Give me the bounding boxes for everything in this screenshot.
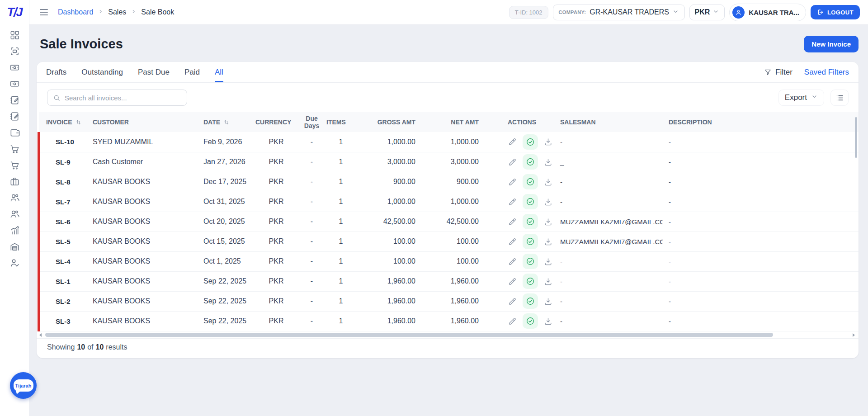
col-header-description[interactable]: DESCRIPTION: [663, 112, 859, 132]
col-header-salesman[interactable]: SALESMAN: [555, 112, 663, 132]
approved-check-icon[interactable]: [523, 134, 538, 150]
approved-check-icon[interactable]: [523, 254, 538, 269]
download-icon[interactable]: [543, 217, 553, 227]
salesman-cell: -: [555, 291, 663, 311]
table-row[interactable]: SL-1KAUSAR BOOKSSep 22, 2025PKR-11,960.0…: [39, 271, 859, 291]
sort-icon[interactable]: [75, 119, 82, 126]
download-icon[interactable]: [543, 177, 553, 187]
sidebar-item-warehouse[interactable]: [0, 238, 29, 255]
tijarah-chat-button[interactable]: Tijarah: [10, 372, 37, 399]
tab-paid[interactable]: Paid: [184, 62, 200, 82]
col-header-currency[interactable]: CURRENCY: [254, 112, 299, 132]
breadcrumb-sales[interactable]: Sales: [108, 8, 126, 16]
col-header-customer[interactable]: CUSTOMER: [91, 112, 202, 132]
currency-cell: PKR: [254, 212, 299, 232]
tab-past-due[interactable]: Past Due: [138, 62, 170, 82]
edit-icon[interactable]: [508, 317, 517, 326]
approved-check-icon[interactable]: [523, 293, 538, 309]
horizontal-scrollbar[interactable]: [39, 332, 855, 338]
col-header-items[interactable]: ITEMS: [325, 112, 357, 132]
list-view-toggle[interactable]: [830, 90, 849, 106]
col-header-due-days[interactable]: Due Days: [299, 112, 325, 132]
sidebar-item-chart[interactable]: [0, 222, 29, 238]
table-row[interactable]: SL-3KAUSAR BOOKSSep 22, 2025PKR-11,960.0…: [39, 311, 859, 331]
download-icon[interactable]: [543, 317, 553, 326]
vertical-scrollbar-thumb[interactable]: [855, 117, 857, 158]
table-row[interactable]: SL-10SYED MUZAMMILFeb 9, 2026PKR-11,000.…: [39, 132, 859, 152]
download-icon[interactable]: [543, 277, 553, 286]
sidebar-item-cash[interactable]: [0, 59, 29, 76]
logout-button[interactable]: LOGOUT: [811, 5, 860, 19]
download-icon[interactable]: [543, 297, 553, 306]
sidebar-item-journal[interactable]: [0, 108, 29, 124]
edit-icon[interactable]: [508, 277, 517, 286]
sidebar-item-briefcase[interactable]: [0, 173, 29, 189]
col-header-net-amt[interactable]: NET AMT: [419, 112, 482, 132]
approved-check-icon[interactable]: [523, 313, 538, 329]
export-button[interactable]: Export: [778, 90, 824, 106]
table-row[interactable]: SL-5KAUSAR BOOKSOct 15, 2025PKR-1100.001…: [39, 232, 859, 251]
currency-cell: PKR: [254, 311, 299, 331]
tab-drafts[interactable]: Drafts: [46, 62, 66, 82]
net-amt-cell: 1,000.00: [419, 192, 482, 212]
sidebar-item-user-check[interactable]: [0, 255, 29, 271]
sidebar-item-scan[interactable]: [0, 43, 29, 59]
new-invoice-button[interactable]: New Invoice: [804, 36, 859, 52]
scrollbar-thumb[interactable]: [45, 333, 773, 337]
col-header-invoice[interactable]: INVOICE: [39, 112, 91, 132]
table-row[interactable]: SL-2KAUSAR BOOKSSep 22, 2025PKR-11,960.0…: [39, 291, 859, 311]
tab-all[interactable]: All: [215, 62, 223, 82]
col-header-date[interactable]: DATE: [202, 112, 254, 132]
approved-check-icon[interactable]: [523, 214, 538, 229]
download-icon[interactable]: [543, 137, 553, 147]
sidebar-item-dashboard[interactable]: [0, 27, 29, 43]
sidebar-item-journal[interactable]: [0, 92, 29, 108]
download-icon[interactable]: [543, 157, 553, 167]
invoice-tabs: DraftsOutstandingPast DuePaidAll Filter …: [37, 62, 859, 83]
filter-button[interactable]: Filter: [764, 68, 793, 77]
scroll-left-arrow[interactable]: [39, 333, 42, 337]
table-row[interactable]: SL-8KAUSAR BOOKSDec 17, 2025PKR-1900.009…: [39, 172, 859, 192]
currency-selector[interactable]: PKR: [689, 5, 725, 20]
saved-filters-link[interactable]: Saved Filters: [804, 68, 849, 77]
search-input[interactable]: [65, 94, 181, 102]
tab-outstanding[interactable]: Outstanding: [81, 62, 123, 82]
sidebar-item-cart[interactable]: [0, 157, 29, 173]
table-row[interactable]: SL-4KAUSAR BOOKSOct 1, 2025PKR-1100.0010…: [39, 251, 859, 271]
customer-cell: KAUSAR BOOKS: [91, 192, 202, 212]
edit-icon[interactable]: [508, 137, 517, 147]
table-row[interactable]: SL-7KAUSAR BOOKSOct 31, 2025PKR-11,000.0…: [39, 192, 859, 212]
scroll-right-arrow[interactable]: [853, 333, 855, 337]
approved-check-icon[interactable]: [523, 174, 538, 189]
edit-icon[interactable]: [508, 217, 517, 227]
hamburger-menu-icon[interactable]: [40, 9, 48, 15]
sidebar-item-users[interactable]: [0, 189, 29, 206]
breadcrumb-dashboard[interactable]: Dashboard: [58, 8, 93, 16]
sort-icon[interactable]: [223, 119, 230, 126]
edit-icon[interactable]: [508, 237, 517, 246]
breadcrumb: Dashboard Sales Sale Book: [58, 8, 174, 16]
download-icon[interactable]: [543, 197, 553, 207]
sidebar-item-cart[interactable]: [0, 141, 29, 157]
col-header-gross-amt[interactable]: GROSS AMT: [357, 112, 419, 132]
sidebar-item-cash[interactable]: [0, 76, 29, 92]
download-icon[interactable]: [543, 257, 553, 266]
app-logo[interactable]: T/J: [0, 0, 29, 25]
approved-check-icon[interactable]: [523, 274, 538, 289]
edit-icon[interactable]: [508, 157, 517, 167]
approved-check-icon[interactable]: [523, 194, 538, 209]
company-selector[interactable]: COMPANY: GR-KAUSAR TRADERS: [553, 5, 685, 20]
edit-icon[interactable]: [508, 257, 517, 266]
table-row[interactable]: SL-9Cash CustomerJan 27, 2026PKR-13,000.…: [39, 152, 859, 172]
download-icon[interactable]: [543, 237, 553, 246]
table-row[interactable]: SL-6KAUSAR BOOKSOct 20, 2025PKR-142,500.…: [39, 212, 859, 232]
edit-icon[interactable]: [508, 297, 517, 306]
net-amt-cell: 1,000.00: [419, 132, 482, 152]
sidebar-item-wallet[interactable]: [0, 124, 29, 141]
approved-check-icon[interactable]: [523, 234, 538, 249]
edit-icon[interactable]: [508, 197, 517, 207]
sidebar-item-users[interactable]: [0, 206, 29, 222]
user-menu[interactable]: KAUSAR TRA...: [729, 4, 806, 21]
approved-check-icon[interactable]: [523, 154, 538, 170]
edit-icon[interactable]: [508, 177, 517, 187]
